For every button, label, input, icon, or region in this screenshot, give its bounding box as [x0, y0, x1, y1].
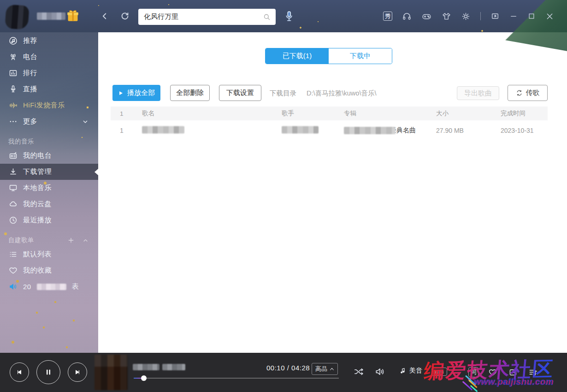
game-icon[interactable]: [421, 12, 432, 21]
waveform-icon: [8, 101, 18, 110]
music-note-icon: [399, 367, 407, 375]
music-circle-icon: [8, 36, 18, 46]
sidebar-item-more[interactable]: 更多: [0, 113, 98, 130]
sidebar-item-label: 本地音乐: [23, 184, 52, 192]
row-artist-blurred: [282, 126, 319, 135]
search-icon[interactable]: [263, 13, 271, 21]
sidebar-item-local-music[interactable]: 本地音乐: [0, 180, 98, 196]
export-songs-button[interactable]: 导出歌曲: [457, 86, 499, 100]
sidebar-item-label: 最近播放: [23, 216, 52, 225]
watermark-streak: [468, 380, 478, 388]
favorite-heart-icon[interactable]: [488, 368, 498, 377]
sidebar-item-recommend[interactable]: 推荐: [0, 33, 98, 49]
sidebar-item-favorites[interactable]: 我的收藏: [0, 262, 98, 279]
chevron-down-icon[interactable]: [82, 118, 89, 125]
now-playing-artist-blurred: [162, 364, 185, 370]
tab-downloading[interactable]: 下载中: [329, 48, 392, 64]
table-row[interactable]: 1 经典名曲 27.90 MB 2023-10-31: [111, 120, 548, 141]
hifi-button[interactable]: HiFi: [431, 368, 447, 376]
volume-icon[interactable]: [374, 366, 386, 377]
sidebar-item-download-manager[interactable]: 下载管理: [0, 164, 98, 180]
row-finish-time: 2023-10-31: [501, 127, 534, 134]
playlist-icon[interactable]: [527, 367, 538, 378]
sound-effect-button[interactable]: 美音: [399, 367, 422, 375]
sidebar-item-label: 直播: [23, 85, 37, 94]
sidebar-item-playing-playlist[interactable]: 20表: [0, 279, 98, 295]
back-icon[interactable]: [100, 11, 110, 21]
sidebar-item-hifi[interactable]: HiFi发烧音乐: [0, 97, 98, 113]
sidebar-item-label: 默认列表: [23, 250, 52, 259]
pause-button[interactable]: [36, 360, 60, 384]
watermark-streak: [462, 381, 473, 391]
radio-box-icon: [8, 151, 18, 160]
show-badge-icon[interactable]: 秀: [383, 12, 392, 21]
bar-chart-icon: [8, 68, 18, 78]
cloud-icon: [8, 199, 18, 209]
col-size: 大小: [436, 109, 449, 118]
sidebar-item-label: 我的云盘: [23, 200, 52, 208]
clock-icon: [8, 215, 18, 225]
download-settings-button[interactable]: 下载设置: [219, 85, 261, 101]
sidebar-item-my-radio[interactable]: 我的电台: [0, 148, 98, 164]
tab-downloaded[interactable]: 已下载(1): [266, 48, 329, 64]
now-playing-album-art-blurred[interactable]: [94, 355, 128, 390]
sidebar-item-radio[interactable]: 电台: [0, 49, 98, 65]
add-playlist-icon[interactable]: [67, 237, 75, 244]
mini-mode-icon[interactable]: [490, 12, 500, 21]
headphones-icon[interactable]: [402, 12, 412, 21]
progress-bar[interactable]: [134, 378, 339, 379]
progress-thumb[interactable]: [141, 375, 147, 381]
playlist-name-blurred: [37, 284, 66, 290]
section-header-label: 自建歌单: [8, 236, 34, 244]
sidebar-item-recently-played[interactable]: 最近播放: [0, 212, 98, 228]
row-album: 经典名曲: [344, 126, 416, 135]
time-display: 00:10 / 04:28: [266, 364, 310, 372]
row-size: 27.90 MB: [436, 127, 464, 134]
sidebar-item-default-playlist[interactable]: 默认列表: [0, 246, 98, 262]
collapse-chevron-up-icon[interactable]: [82, 237, 89, 244]
app-logo: [5, 4, 30, 30]
gift-icon[interactable]: [65, 8, 80, 24]
refresh-icon[interactable]: [120, 11, 130, 21]
download-dir-label: 下载目录: [270, 89, 296, 98]
sidebar-item-label: 我的收藏: [23, 266, 52, 275]
sidebar-item-label: 排行: [23, 69, 37, 77]
play-all-button[interactable]: 播放全部: [112, 85, 160, 101]
sidebar-item-ranking[interactable]: 排行: [0, 65, 98, 81]
minimize-icon[interactable]: [509, 12, 518, 20]
skin-icon[interactable]: [442, 12, 451, 21]
shuffle-icon[interactable]: [353, 366, 365, 377]
sidebar-item-cloud-disk[interactable]: 我的云盘: [0, 196, 98, 212]
transfer-label: 传歌: [526, 89, 540, 97]
table-header: 1 歌名 歌手 专辑 大小 完成时间: [111, 107, 548, 120]
delete-all-button[interactable]: 全部删除: [170, 85, 210, 101]
sidebar-item-live[interactable]: 直播: [0, 81, 98, 97]
play-icon: [118, 90, 124, 96]
sidebar-section-my-music: 我的音乐: [0, 136, 98, 148]
transfer-songs-button[interactable]: 传歌: [508, 85, 548, 101]
sidebar-item-label: 推荐: [23, 36, 37, 45]
settings-gear-icon[interactable]: [461, 12, 471, 21]
quality-selector[interactable]: 高品: [312, 363, 338, 375]
lyrics-button[interactable]: 词: [468, 367, 478, 377]
col-artist: 歌手: [282, 109, 294, 118]
next-track-button[interactable]: [68, 362, 87, 382]
desktop-lyrics-icon[interactable]: [508, 368, 518, 377]
speaker-playing-icon: [8, 282, 18, 291]
section-header-label: 我的音乐: [8, 137, 34, 146]
watermark-streak: [470, 385, 478, 392]
row-index: 1: [120, 127, 124, 134]
heart-icon: [8, 266, 18, 275]
previous-track-button[interactable]: [10, 362, 29, 382]
col-song: 歌名: [142, 109, 154, 118]
search-input[interactable]: [143, 12, 263, 21]
sync-icon: [516, 89, 523, 96]
close-icon[interactable]: [545, 12, 554, 21]
voice-search-icon[interactable]: [283, 10, 295, 23]
microphone-icon: [8, 84, 18, 94]
search-box[interactable]: [138, 9, 276, 25]
download-dir-path[interactable]: D:\喜马拉雅\kuwo\音乐\: [307, 89, 376, 98]
toolbar: 播放全部 全部删除 下载设置 下载目录 D:\喜马拉雅\kuwo\音乐\ 导出歌…: [98, 85, 567, 101]
maximize-icon[interactable]: [527, 12, 536, 20]
radio-tower-icon: [8, 52, 18, 62]
